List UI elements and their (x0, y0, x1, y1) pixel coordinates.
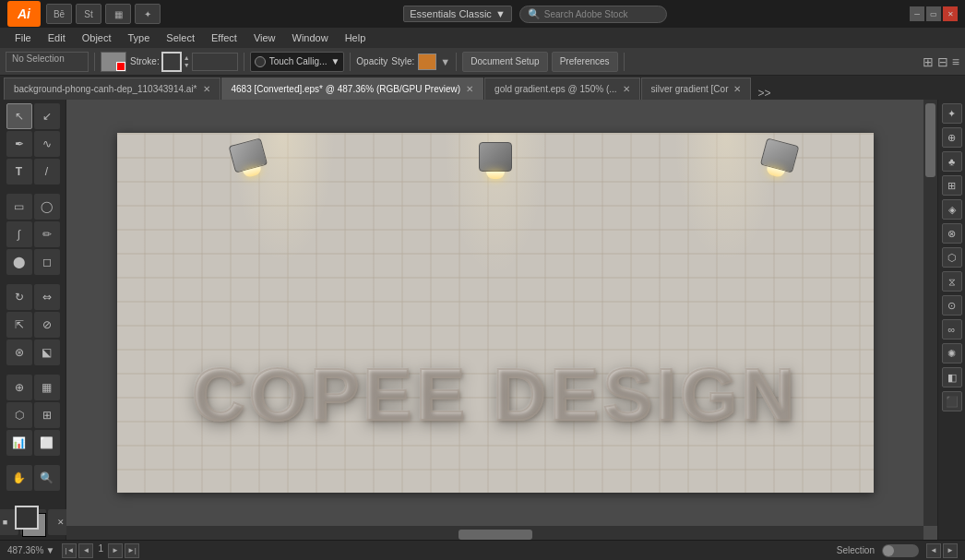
preferences-button[interactable]: Preferences (552, 52, 618, 72)
right-panel-btn-9[interactable]: ⊙ (942, 295, 962, 316)
foreground-color-swatch[interactable] (15, 506, 39, 530)
align-icon[interactable]: ⊟ (937, 54, 948, 69)
toolbar-separator-5 (624, 53, 625, 71)
shape-builder-tool[interactable]: ⊕ (6, 375, 32, 400)
tab-0[interactable]: background-phong-canh-dep_110343914.ai* … (4, 77, 220, 100)
search-box[interactable]: 🔍 Search Adobe Stock (519, 6, 667, 23)
first-artboard-btn[interactable]: |◄ (62, 543, 77, 558)
menu-window[interactable]: Window (285, 30, 336, 45)
curvature-tool[interactable]: ∿ (34, 131, 60, 157)
zoom-tool[interactable]: 🔍 (34, 465, 60, 491)
blob-brush-tool[interactable]: ⬤ (6, 249, 32, 275)
warp-tool[interactable]: ⊛ (6, 340, 32, 365)
right-panel-btn-6[interactable]: ⊗ (942, 223, 962, 244)
prev-artboard-btn[interactable]: ◄ (78, 543, 93, 558)
tool-row-10: ⊕ ▦ (6, 375, 60, 400)
behance-icon-btn[interactable]: Bē (46, 4, 72, 24)
lamp-body-center (479, 142, 512, 172)
view-btn-2[interactable]: ► (943, 543, 958, 558)
stroke-arrows[interactable]: ▲ ▼ (184, 54, 190, 68)
menu-view[interactable]: View (246, 30, 283, 45)
scale-tool[interactable]: ⇱ (6, 312, 32, 338)
touch-brush-label: Touch Callig... (269, 56, 328, 66)
touch-brush-dropdown[interactable]: Touch Callig... ▼ (250, 52, 345, 72)
restore-button[interactable]: ▭ (926, 6, 941, 21)
close-button[interactable]: ✕ (943, 6, 958, 21)
right-panel-btn-12[interactable]: ◧ (942, 367, 962, 387)
tab-close-3[interactable]: ✕ (733, 84, 741, 94)
menu-type[interactable]: Type (121, 30, 158, 45)
artboard-tool[interactable]: ⬜ (34, 430, 60, 456)
right-panel-btn-7[interactable]: ⬡ (942, 247, 962, 268)
chevron-down-icon: ▼ (495, 8, 506, 19)
right-panel-btn-13[interactable]: ⬛ (942, 391, 962, 411)
brush-tool[interactable]: ∫ (6, 221, 32, 247)
text-tool[interactable]: T (6, 159, 32, 185)
right-panel-btn-10[interactable]: ∞ (942, 319, 962, 340)
pen-tool[interactable]: ✒ (6, 131, 32, 157)
workspace-selector[interactable]: Essentials Classic ▼ (403, 6, 512, 22)
style-color-box[interactable] (418, 54, 436, 70)
rotate-tool[interactable]: ↻ (6, 284, 32, 310)
shear-tool[interactable]: ⊘ (34, 312, 60, 338)
tab-2[interactable]: gold gradient.eps @ 150% (... ✕ (484, 77, 639, 100)
right-panel-btn-11[interactable]: ✺ (942, 343, 962, 363)
tab-3[interactable]: silver gradient [Cor ✕ (641, 77, 752, 100)
last-artboard-btn[interactable]: ►| (125, 543, 139, 558)
horizontal-scroll-thumb[interactable] (459, 530, 532, 540)
arrange-icon[interactable]: ⊞ (923, 54, 934, 69)
right-panel-btn-4[interactable]: ⊞ (942, 175, 962, 196)
ellipse-tool[interactable]: ◯ (34, 194, 60, 220)
menu-help[interactable]: Help (338, 30, 374, 45)
tab-close-2[interactable]: ✕ (623, 84, 630, 94)
measure-tool[interactable]: ⊞ (34, 402, 60, 428)
right-panel-btn-1[interactable]: ✦ (942, 103, 962, 124)
right-panel-btn-8[interactable]: ⧖ (942, 271, 962, 292)
menu-edit[interactable]: Edit (41, 30, 73, 45)
right-panel-btn-2[interactable]: ⊕ (942, 127, 962, 148)
pencil-tool[interactable]: ✏ (34, 221, 60, 247)
window-controls: ─ ▭ ✕ (910, 6, 958, 21)
eraser-tool[interactable]: ◻ (34, 249, 60, 275)
fill-color-btn[interactable] (101, 52, 126, 72)
menu-effect[interactable]: Effect (204, 30, 244, 45)
gradient-tool[interactable]: ▦ (34, 375, 60, 400)
next-artboard-btn[interactable]: ► (108, 543, 123, 558)
stroke-value[interactable] (192, 53, 238, 71)
stock-icon-btn[interactable]: St (76, 4, 101, 24)
horizontal-scrollbar[interactable] (66, 526, 923, 540)
document-setup-button[interactable]: Document Setup (462, 52, 548, 72)
free-transform-tool[interactable]: ⬕ (34, 340, 60, 365)
view-btn-1[interactable]: ◄ (926, 543, 941, 558)
canvas-container[interactable]: COPEE DESIGN (66, 100, 923, 526)
hand-tool[interactable]: ✋ (6, 465, 32, 491)
right-panel-btn-3[interactable]: ♣ (942, 151, 962, 172)
selection-dropdown[interactable]: No Selection (6, 52, 89, 72)
right-panel-btn-5[interactable]: ◈ (942, 199, 962, 220)
brush-icon-btn[interactable]: ✦ (135, 4, 161, 24)
minimize-button[interactable]: ─ (910, 6, 924, 21)
vertical-scrollbar[interactable] (923, 100, 937, 526)
left-toolbar: ↖ ↙ ✒ ∿ T / ▭ ◯ ∫ ✏ ⬤ ◻ ↻ ⇔ ⇱ (0, 100, 66, 540)
menu-object[interactable]: Object (75, 30, 119, 45)
eyedropper-tool[interactable]: ⬡ (6, 402, 32, 428)
tab-close-0[interactable]: ✕ (203, 84, 210, 94)
direct-select-tool[interactable]: ↙ (34, 103, 60, 129)
menu-select[interactable]: Select (159, 30, 202, 45)
selection-label: No Selection (12, 54, 65, 64)
menu-icon[interactable]: ≡ (952, 54, 959, 69)
reflect-tool[interactable]: ⇔ (34, 284, 60, 310)
chevron-down-icon-style[interactable]: ▼ (440, 56, 450, 67)
rect-tool[interactable]: ▭ (6, 194, 32, 220)
vertical-scroll-thumb[interactable] (925, 103, 935, 177)
tabs-more-button[interactable]: >> (752, 87, 776, 100)
zoom-dropdown-icon[interactable]: ▼ (45, 545, 54, 555)
stroke-color-box[interactable] (161, 52, 182, 72)
selection-tool[interactable]: ↖ (6, 103, 32, 129)
grid-icon-btn[interactable]: ▦ (105, 4, 131, 24)
menu-file[interactable]: File (7, 30, 39, 45)
line-tool[interactable]: / (34, 159, 60, 185)
tab-1[interactable]: 4683 [Converted].eps* @ 487.36% (RGB/GPU… (221, 77, 484, 100)
column-graph-tool[interactable]: 📊 (6, 430, 32, 456)
tab-close-1[interactable]: ✕ (466, 84, 473, 94)
